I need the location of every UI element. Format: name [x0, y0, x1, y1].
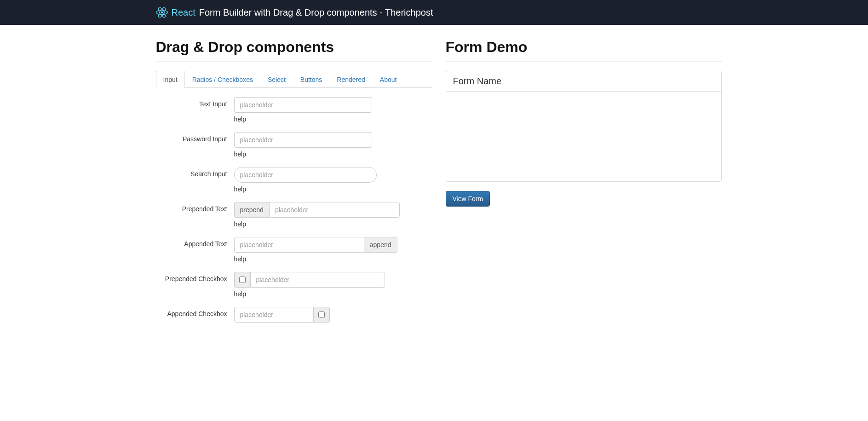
form-demo-box[interactable]: Form Name [446, 71, 722, 182]
prepended-checkbox-addon [234, 272, 250, 288]
prepend-addon: prepend [234, 202, 269, 218]
search-input-label: Search Input [156, 167, 234, 193]
tab-buttons[interactable]: Buttons [293, 71, 329, 88]
appended-text-label: Appended Text [156, 237, 234, 263]
prepended-checkbox-help: help [234, 290, 432, 298]
appended-checkbox[interactable] [318, 311, 325, 318]
tab-input[interactable]: Input [156, 71, 185, 88]
nav-brand[interactable]: React [172, 7, 195, 18]
navbar: React Form Builder with Drag & Drop comp… [0, 0, 868, 25]
form-name: Form Name [446, 71, 721, 92]
appended-text-field[interactable] [234, 237, 364, 253]
components-heading: Drag & Drop components [156, 39, 432, 56]
password-input-help: help [234, 150, 432, 158]
tab-radios-checkboxes[interactable]: Radios / Checkboxes [185, 71, 260, 88]
appended-checkbox-addon [314, 307, 330, 323]
field-appended-text[interactable]: Appended Text append help [156, 237, 432, 263]
divider [156, 61, 432, 62]
appended-checkbox-label: Appended Checkbox [156, 307, 234, 323]
appended-text-help: help [234, 255, 432, 263]
field-prepended-text[interactable]: Prepended Text prepend help [156, 202, 432, 228]
prepended-text-label: Prepended Text [156, 202, 234, 228]
form-demo-heading: Form Demo [446, 39, 722, 56]
react-logo-icon [156, 6, 168, 18]
field-prepended-checkbox[interactable]: Prepended Checkbox help [156, 272, 432, 298]
field-text-input[interactable]: Text Input help [156, 97, 432, 123]
prepended-checkbox-label: Prepended Checkbox [156, 272, 234, 298]
append-addon: append [364, 237, 397, 253]
text-input-field[interactable] [234, 97, 372, 113]
search-input-field[interactable] [234, 167, 377, 183]
tab-about[interactable]: About [373, 71, 404, 88]
divider [446, 61, 722, 62]
tabs: Input Radios / Checkboxes Select Buttons… [156, 71, 432, 88]
view-form-button[interactable]: View Form [446, 191, 490, 207]
password-input-field[interactable] [234, 132, 372, 148]
demo-panel: Form Demo Form Name View Form [446, 39, 722, 332]
prepended-text-field[interactable] [269, 202, 400, 218]
password-input-label: Password Input [156, 132, 234, 158]
field-appended-checkbox[interactable]: Appended Checkbox [156, 307, 432, 323]
nav-title: Form Builder with Drag & Drop components… [199, 7, 433, 18]
tab-select[interactable]: Select [260, 71, 293, 88]
tab-rendered[interactable]: Rendered [329, 71, 373, 88]
svg-point-0 [161, 12, 163, 14]
prepended-checkbox-field[interactable] [250, 272, 385, 288]
search-input-help: help [234, 185, 432, 193]
prepended-checkbox[interactable] [239, 277, 246, 283]
appended-checkbox-field[interactable] [234, 307, 314, 323]
text-input-label: Text Input [156, 97, 234, 123]
prepended-text-help: help [234, 220, 432, 228]
text-input-help: help [234, 115, 432, 123]
field-password-input[interactable]: Password Input help [156, 132, 432, 158]
form-demo-body[interactable] [446, 92, 721, 181]
field-search-input[interactable]: Search Input help [156, 167, 432, 193]
components-panel: Drag & Drop components Input Radios / Ch… [156, 39, 432, 332]
